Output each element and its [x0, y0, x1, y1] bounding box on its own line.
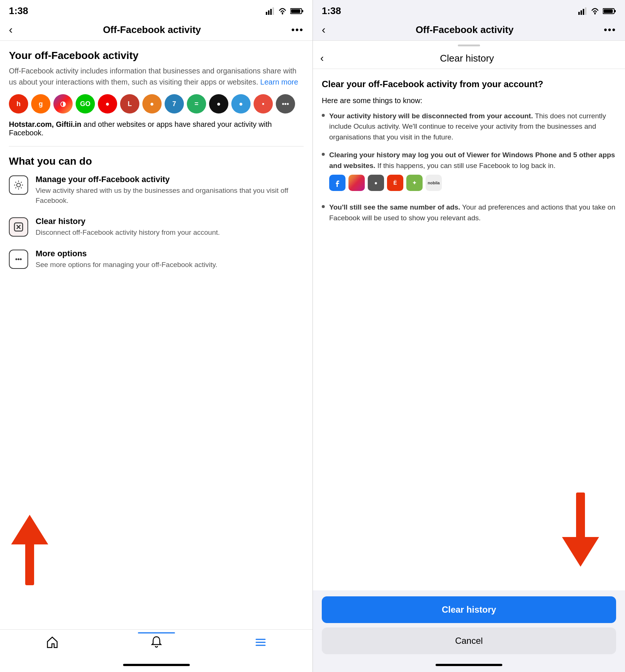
menu-item-more[interactable]: More options See more options for managi… [9, 249, 304, 270]
right-phone: 1:38 ‹ Off-Facebook activity [312, 0, 625, 672]
app-icon-10: ● [209, 94, 228, 113]
back-button-right[interactable]: ‹ [322, 23, 325, 36]
gear-icon [13, 180, 24, 190]
dots-icon-box [9, 250, 28, 269]
more-button-left[interactable]: ••• [291, 24, 304, 36]
home-indicator-right [313, 660, 625, 672]
svg-point-22 [594, 13, 596, 14]
small-icon-6: nobila [426, 175, 442, 191]
wifi-icon [278, 7, 287, 15]
right-content: Clear your off-Facebook activity from yo… [313, 69, 625, 590]
left-content: Your off-Facebook activity Off-Facebook … [0, 41, 312, 629]
app-icon-5: ● [98, 94, 117, 113]
bullet-item-2: Clearing your history may log you out of… [322, 150, 616, 195]
home-bar-right [436, 664, 502, 666]
status-bar-right: 1:38 [313, 0, 625, 19]
app-icon-7: ● [142, 94, 162, 113]
sheet-handle-bar [458, 45, 480, 46]
small-icon-fb [329, 175, 345, 191]
svg-rect-21 [585, 7, 586, 15]
divider-1 [9, 146, 304, 146]
svg-rect-20 [583, 9, 584, 15]
tab-bar-left [0, 629, 312, 660]
x-box-icon [13, 222, 24, 232]
page-title-left: Your off-Facebook activity [9, 50, 304, 62]
menu-item-manage-text: Manage your off-Facebook activity View a… [36, 175, 304, 205]
gear-icon-box [9, 175, 28, 195]
bullet-dot-3 [322, 205, 325, 208]
small-icon-3: ● [368, 175, 384, 191]
svg-rect-2 [270, 9, 272, 15]
home-icon [46, 636, 59, 649]
learn-more-link[interactable]: Learn more [260, 78, 298, 86]
svg-rect-0 [266, 12, 267, 15]
clear-desc: Disconnect off-Facebook activity history… [36, 228, 220, 238]
svg-point-4 [282, 13, 283, 14]
app-icons-row: h g ◑ GO ● L ● 7 = ● ● ▪ ••• [9, 94, 304, 113]
svg-rect-18 [578, 12, 580, 15]
nav-title-left: Off-Facebook activity [103, 24, 201, 36]
left-phone: 1:38 ‹ Off [0, 0, 312, 672]
sub-back-button[interactable]: ‹ [320, 52, 324, 64]
bullet-text-3: You'll still see the same number of ads.… [329, 202, 616, 223]
app-icon-go: GO [76, 94, 95, 113]
bullets-list: Your activity history will be disconnect… [322, 111, 616, 224]
bullet-dot-1 [322, 114, 325, 117]
small-icon-4: Ё [387, 175, 403, 191]
svg-rect-24 [615, 10, 616, 12]
svg-point-11 [18, 258, 20, 260]
home-indicator-left [0, 660, 312, 672]
time-left: 1:38 [9, 5, 28, 17]
page-desc-left: Off-Facebook activity includes informati… [9, 65, 304, 88]
bullet-dot-2 [322, 153, 325, 156]
dots-icon [13, 254, 24, 264]
tab-home[interactable] [0, 636, 104, 649]
small-icon-5: ✦ [406, 175, 423, 191]
battery-icon-right [603, 8, 616, 14]
svg-point-10 [16, 258, 17, 260]
signal-icon-right [578, 7, 587, 15]
app-icon-12: ▪ [254, 94, 273, 113]
status-icons-left [266, 7, 304, 15]
svg-point-12 [20, 258, 22, 260]
sub-nav: ‹ Clear history [313, 48, 625, 69]
bullet-text-2: Clearing your history may log you out of… [329, 150, 616, 195]
app-icon-6: L [120, 94, 139, 113]
bottom-buttons: Clear history Cancel [313, 590, 625, 660]
status-icons-right [578, 7, 616, 15]
bullet-item-3: You'll still see the same number of ads.… [322, 202, 616, 223]
clear-history-button[interactable]: Clear history [322, 596, 616, 623]
svg-rect-19 [581, 10, 582, 15]
menu-item-clear-text: Clear history Disconnect off-Facebook ac… [36, 217, 220, 238]
more-button-right[interactable]: ••• [604, 24, 616, 36]
app-icons-small: ● Ё ✦ nobila [329, 175, 616, 191]
app-icon-9: = [187, 94, 206, 113]
svg-point-8 [17, 183, 20, 187]
small-icon-ig [348, 175, 365, 191]
menu-item-manage[interactable]: Manage your off-Facebook activity View a… [9, 175, 304, 205]
clear-title-left: Clear history [36, 217, 220, 226]
nav-title-right: Off-Facebook activity [416, 24, 513, 36]
app-icon-11: ● [231, 94, 251, 113]
nav-bar-right: ‹ Off-Facebook activity ••• [313, 19, 625, 41]
sheet-handle [313, 41, 625, 48]
svg-rect-1 [268, 10, 269, 15]
tab-menu[interactable] [208, 636, 312, 649]
clear-intro: Here are some things to know: [322, 96, 616, 105]
more-desc: See more options for managing your off-F… [36, 260, 217, 270]
tab-notifications[interactable] [104, 636, 208, 649]
back-button-left[interactable]: ‹ [9, 23, 13, 36]
nav-bar-left: ‹ Off-Facebook activity ••• [0, 19, 312, 41]
menu-item-clear[interactable]: Clear history Disconnect off-Facebook ac… [9, 217, 304, 238]
home-bar-left [123, 664, 190, 666]
more-title: More options [36, 249, 217, 258]
sub-nav-title: Clear history [331, 53, 603, 64]
svg-rect-6 [302, 10, 303, 12]
what-you-can-do-title: What you can do [9, 155, 304, 167]
cancel-button[interactable]: Cancel [322, 627, 616, 654]
manage-desc: View activity shared with us by the busi… [36, 186, 304, 205]
app-icon-giftii: g [31, 94, 50, 113]
status-bar-left: 1:38 [0, 0, 312, 19]
app-icon-more[interactable]: ••• [276, 94, 295, 113]
battery-icon [290, 8, 304, 14]
